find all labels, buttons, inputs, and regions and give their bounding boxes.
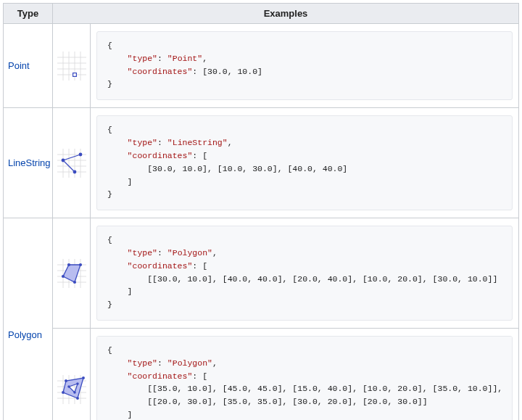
svg-marker-28 xyxy=(63,265,80,282)
svg-point-47 xyxy=(73,392,76,395)
code-block-polygon2: { "type": "Polygon", "coordinates": [ [[… xyxy=(96,336,513,420)
geometry-table: Type Examples Point { "type": "Point", xyxy=(3,3,519,420)
svg-rect-8 xyxy=(73,73,77,76)
icon-cell-polygon2 xyxy=(53,329,91,421)
table-row: Point { "type": "Point", "coordinates": … xyxy=(4,24,519,108)
header-examples: Examples xyxy=(53,4,519,24)
linestring-icon xyxy=(57,149,86,178)
icon-cell-point xyxy=(53,24,91,108)
type-cell-polygon: Polygon xyxy=(4,218,53,420)
svg-point-44 xyxy=(62,391,65,394)
example-cell-linestring: { "type": "LineString", "coordinates": [… xyxy=(91,108,519,218)
svg-point-29 xyxy=(73,280,76,283)
type-link-linestring[interactable]: LineString xyxy=(8,157,51,168)
code-block-polygon1: { "type": "Polygon", "coordinates": [ [[… xyxy=(96,226,513,321)
type-link-point[interactable]: Point xyxy=(8,60,30,71)
svg-point-46 xyxy=(76,383,79,386)
svg-point-42 xyxy=(82,376,85,379)
table-row: Polygon { "type": "Polygon", "coord xyxy=(4,218,519,329)
type-cell-linestring: LineString xyxy=(4,108,53,218)
example-cell-polygon2: { "type": "Polygon", "coordinates": [ [[… xyxy=(91,329,519,421)
svg-point-30 xyxy=(79,263,82,265)
svg-point-19 xyxy=(79,152,83,156)
point-icon xyxy=(57,52,86,81)
example-cell-polygon1: { "type": "Polygon", "coordinates": [ [[… xyxy=(91,218,519,329)
svg-point-31 xyxy=(67,263,70,265)
example-cell-point: { "type": "Point", "coordinates": [30.0,… xyxy=(91,24,519,108)
type-cell-point: Point xyxy=(4,24,53,108)
code-block-linestring: { "type": "LineString", "coordinates": [… xyxy=(96,115,513,210)
type-link-polygon[interactable]: Polygon xyxy=(8,329,42,340)
table-header-row: Type Examples xyxy=(4,4,519,24)
svg-point-32 xyxy=(62,274,65,277)
code-block-point: { "type": "Point", "coordinates": [30.0,… xyxy=(96,31,513,100)
polygon-icon xyxy=(57,259,86,288)
svg-point-43 xyxy=(65,379,67,382)
svg-point-41 xyxy=(76,397,79,400)
icon-cell-polygon1 xyxy=(53,218,91,329)
header-type: Type xyxy=(4,4,53,24)
polygon-hole-icon xyxy=(57,375,86,404)
svg-point-17 xyxy=(73,170,77,173)
svg-point-18 xyxy=(62,158,65,162)
icon-cell-linestring xyxy=(53,108,91,218)
svg-point-45 xyxy=(67,386,70,389)
table-row: { "type": "Polygon", "coordinates": [ [[… xyxy=(4,329,519,421)
table-row: LineString { "type": "LineString", "coor… xyxy=(4,108,519,218)
